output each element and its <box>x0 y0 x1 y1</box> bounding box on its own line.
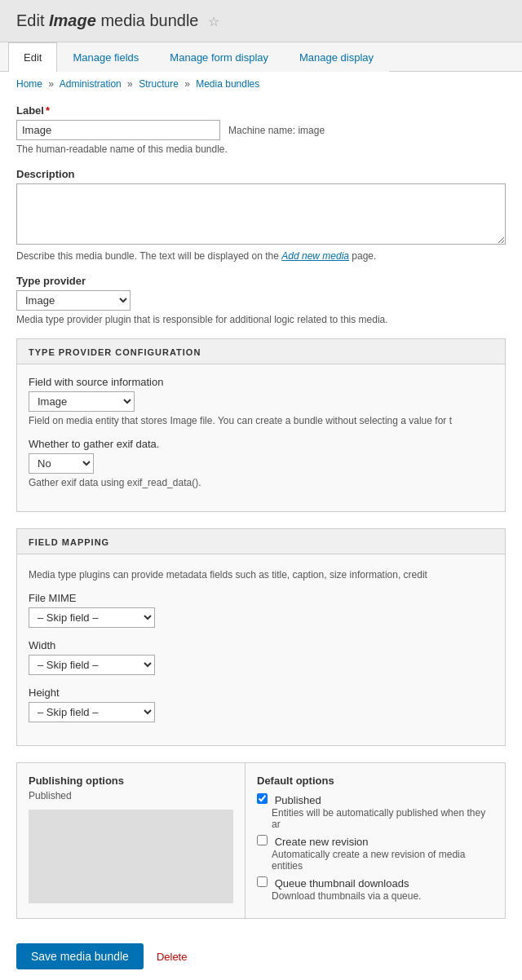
field-source-select[interactable]: Image <box>29 391 135 412</box>
breadcrumb-administration[interactable]: Administration <box>60 78 122 90</box>
type-provider-description: Media type provider plugin that is respo… <box>16 314 506 325</box>
label-description: The human-readable name of this media bu… <box>16 143 506 155</box>
description-field: Description Describe this media bundle. … <box>16 168 506 262</box>
field-source-item: Field with source information Image Fiel… <box>29 376 493 426</box>
machine-name-label: Machine name: image <box>228 125 325 136</box>
queue-thumbnails-description: Download thumbnails via a queue. <box>272 890 493 902</box>
file-mime-label: File MIME <box>29 592 493 604</box>
published-checkbox-item: Published Entities will be automatically… <box>257 793 493 830</box>
tab-manage-fields[interactable]: Manage fields <box>57 42 154 72</box>
tab-manage-display[interactable]: Manage display <box>284 42 389 72</box>
type-provider-config-title: TYPE PROVIDER CONFIGURATION <box>17 339 505 364</box>
published-checkbox[interactable] <box>257 793 268 804</box>
publishing-left: Publishing options Published <box>17 763 246 918</box>
default-options-title: Default options <box>257 775 493 787</box>
breadcrumb-structure[interactable]: Structure <box>139 78 179 90</box>
publishing-title: Publishing options <box>29 775 233 787</box>
gather-exif-label: Whether to gather exif data. <box>29 438 493 450</box>
height-item: Height – Skip field – <box>29 686 493 722</box>
favorite-icon[interactable]: ☆ <box>208 15 219 29</box>
delete-button[interactable]: Delete <box>157 951 188 963</box>
form-actions: Save media bundle Delete <box>16 935 506 978</box>
breadcrumb: Home » Administration » Structure » Medi… <box>0 72 522 96</box>
create-revision-checkbox[interactable] <box>257 835 268 845</box>
description-textarea[interactable] <box>16 183 506 245</box>
label-field-label: Label* <box>16 104 50 117</box>
publishing-preview-image <box>29 810 233 903</box>
file-mime-select[interactable]: – Skip field – <box>29 607 155 628</box>
field-mapping-title: FIELD MAPPING <box>17 529 505 554</box>
publishing-subtitle: Published <box>29 790 233 801</box>
width-label: Width <box>29 639 493 651</box>
tab-manage-form-display[interactable]: Manage form display <box>154 42 284 72</box>
file-mime-item: File MIME – Skip field – <box>29 592 493 628</box>
required-indicator: * <box>46 104 50 117</box>
description-help: Describe this media bundle. The text wil… <box>16 250 506 262</box>
queue-thumbnails-label: Queue thumbnail downloads <box>275 877 409 890</box>
published-label: Published <box>275 794 321 806</box>
height-select[interactable]: – Skip field – <box>29 702 155 722</box>
gather-exif-item: Whether to gather exif data. No Gather e… <box>29 438 493 488</box>
tabs-bar: Edit Manage fields Manage form display M… <box>0 42 522 72</box>
width-item: Width – Skip field – <box>29 639 493 675</box>
type-provider-select[interactable]: Image <box>16 290 130 311</box>
type-provider-config-content: Field with source information Image Fiel… <box>17 364 505 511</box>
field-mapping-content: Media type plugins can provide metadata … <box>17 554 505 745</box>
page-title: Edit Image media bundle ☆ <box>16 11 506 30</box>
create-revision-description: Automatically create a new revision of m… <box>272 849 493 872</box>
create-revision-checkbox-item: Create new revision Automatically create… <box>257 835 493 872</box>
label-field: Label* Machine name: image The human-rea… <box>16 104 506 155</box>
breadcrumb-home[interactable]: Home <box>16 78 42 90</box>
field-mapping-section: FIELD MAPPING Media type plugins can pro… <box>16 528 506 746</box>
published-description: Entities will be automatically published… <box>272 807 493 830</box>
publishing-options-section: Publishing options Published Default opt… <box>16 762 506 919</box>
main-content: Label* Machine name: image The human-rea… <box>0 96 522 980</box>
description-label: Description <box>16 168 506 180</box>
type-provider-label: Type provider <box>16 275 506 287</box>
type-provider-field: Type provider Image Media type provider … <box>16 275 506 325</box>
queue-thumbnails-checkbox[interactable] <box>257 876 268 887</box>
height-label: Height <box>29 686 493 699</box>
field-source-description: Field on media entity that stores Image … <box>29 415 493 426</box>
save-media-bundle-button[interactable]: Save media bundle <box>16 943 144 969</box>
add-new-media-link[interactable]: Add new media <box>281 250 349 262</box>
label-input[interactable] <box>16 120 220 140</box>
breadcrumb-media-bundles[interactable]: Media bundles <box>196 78 259 90</box>
type-provider-config-section: TYPE PROVIDER CONFIGURATION Field with s… <box>16 338 506 512</box>
tab-edit[interactable]: Edit <box>8 42 57 72</box>
gather-exif-description: Gather exif data using exif_read_data(). <box>29 477 493 488</box>
field-mapping-description: Media type plugins can provide metadata … <box>29 569 493 580</box>
create-revision-label: Create new revision <box>275 836 369 848</box>
gather-exif-select[interactable]: No <box>29 453 94 474</box>
page-header: Edit Image media bundle ☆ <box>0 0 522 42</box>
queue-thumbnails-checkbox-item: Queue thumbnail downloads Download thumb… <box>257 876 493 902</box>
field-source-label: Field with source information <box>29 376 493 388</box>
publishing-right: Default options Published Entities will … <box>246 763 505 918</box>
width-select[interactable]: – Skip field – <box>29 655 155 675</box>
